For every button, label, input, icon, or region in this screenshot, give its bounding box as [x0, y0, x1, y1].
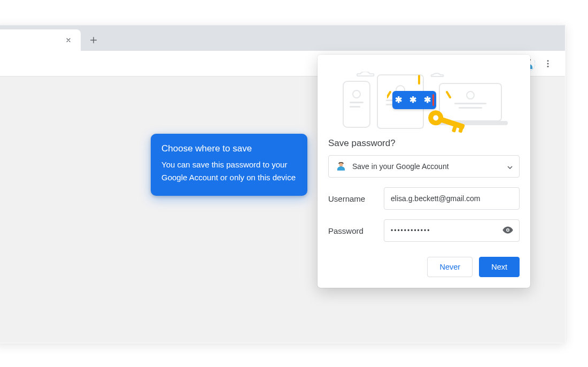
account-select[interactable]: Save in your Google Account	[328, 155, 520, 178]
password-label: Password	[328, 226, 377, 235]
eye-icon	[502, 224, 514, 236]
svg-point-3	[547, 60, 549, 62]
info-callout: Choose where to save You can save this p…	[151, 134, 307, 196]
reveal-password-button[interactable]	[502, 224, 514, 238]
password-input[interactable]: ••••••••••••	[384, 219, 520, 242]
account-select-label: Save in your Google Account	[352, 162, 449, 171]
callout-body: You can save this password to your Googl…	[161, 158, 297, 184]
avatar-icon	[335, 160, 347, 172]
more-menu-button[interactable]	[540, 56, 555, 71]
close-tab-icon[interactable]	[64, 35, 73, 45]
svg-point-16	[467, 91, 474, 99]
tabstrip	[0, 25, 565, 51]
next-button[interactable]: Next	[479, 257, 520, 277]
password-chip-illustration: ✱ ✱ ✱	[392, 91, 436, 109]
username-value: elisa.g.beckett@gmail.com	[391, 194, 481, 203]
svg-rect-8	[350, 102, 363, 103]
svg-rect-18	[459, 107, 482, 109]
svg-point-5	[547, 65, 549, 67]
svg-rect-22	[452, 125, 457, 133]
new-tab-button[interactable]	[86, 33, 101, 48]
svg-rect-9	[350, 106, 360, 108]
kebab-icon	[543, 59, 553, 68]
svg-rect-17	[454, 103, 486, 104]
svg-point-4	[547, 63, 549, 64]
svg-point-27	[507, 229, 508, 231]
username-input[interactable]: elisa.g.beckett@gmail.com	[384, 187, 520, 210]
popup-title: Save password?	[328, 138, 520, 149]
popup-illustration: ✱ ✱ ✱	[318, 55, 530, 132]
svg-point-25	[339, 163, 343, 166]
caret-down-icon	[507, 162, 513, 171]
svg-point-7	[353, 90, 360, 98]
save-password-popup: ✱ ✱ ✱	[318, 55, 530, 288]
next-button-label: Next	[491, 263, 507, 271]
svg-rect-21	[440, 117, 465, 130]
never-button[interactable]: Never	[427, 257, 473, 277]
password-value: ••••••••••••	[391, 227, 430, 234]
callout-title: Choose where to save	[161, 143, 297, 154]
username-label: Username	[328, 194, 377, 203]
browser-tab[interactable]	[0, 29, 81, 51]
never-button-label: Never	[439, 263, 460, 271]
svg-rect-6	[343, 81, 370, 127]
